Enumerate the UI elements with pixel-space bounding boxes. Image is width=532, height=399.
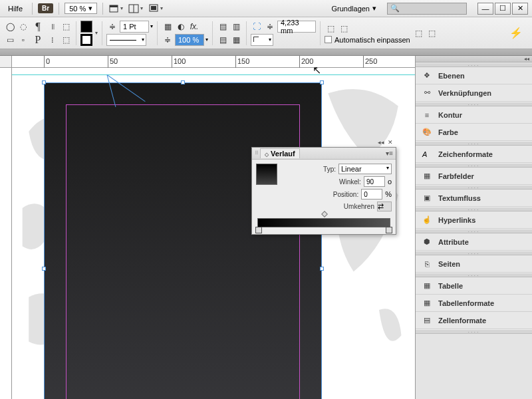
- panel-group-grip[interactable]: [416, 273, 532, 277]
- panel-group-grip[interactable]: [416, 329, 532, 334]
- maximize-button[interactable]: ☐: [495, 3, 511, 15]
- paragraph-icon[interactable]: ¶: [32, 21, 44, 33]
- gradient-panel[interactable]: ◂◂ ✕ ⠿ ◇ Verlauf ▾≡ Typ: Linear: [251, 147, 396, 235]
- chevron-down-icon[interactable]: ▾: [95, 30, 98, 36]
- panel-kontur[interactable]: ≡ Kontur: [416, 106, 532, 124]
- document-page[interactable]: [44, 82, 322, 399]
- panel-group-grip[interactable]: [416, 229, 532, 233]
- search-field[interactable]: 🔍: [387, 3, 467, 15]
- stroke-swatch[interactable]: [80, 34, 92, 46]
- panel-textumfluss[interactable]: ▣ Textumfluss: [416, 190, 532, 207]
- panel-ebenen[interactable]: ❖ Ebenen: [416, 67, 532, 84]
- dim-stepper[interactable]: ≑: [264, 21, 276, 33]
- close-button[interactable]: ✕: [512, 3, 528, 15]
- chevron-down-icon[interactable]: ▾: [150, 23, 153, 29]
- angle-input[interactable]: [364, 176, 385, 187]
- opacity-stepper[interactable]: ≑: [162, 34, 174, 46]
- panel-verknupfungen[interactable]: ⚯ Verknüpfungen: [416, 84, 532, 102]
- dashed-rect-icon[interactable]: ▫: [17, 34, 29, 46]
- panel-hyperlinks[interactable]: ☝ Hyperlinks: [416, 211, 532, 229]
- chevron-down-icon[interactable]: ▾: [205, 37, 208, 43]
- help-menu[interactable]: Hilfe: [4, 3, 27, 14]
- panel-tab[interactable]: ◇ Verlauf: [260, 148, 300, 158]
- panel-group-grip[interactable]: [416, 163, 532, 168]
- fit-frame-icon[interactable]: ⬚: [338, 23, 350, 35]
- crop-icon[interactable]: ⛶: [251, 21, 263, 33]
- feather-icon[interactable]: ◐: [175, 21, 187, 33]
- stroke-weight-stepper[interactable]: ≑: [106, 21, 118, 33]
- fx-icon[interactable]: fx.: [188, 21, 200, 33]
- align-icon[interactable]: ⬚: [60, 21, 72, 33]
- panel-group-grip[interactable]: [416, 102, 532, 106]
- quick-apply-icon[interactable]: ⚡: [504, 27, 528, 39]
- panel-group-grip[interactable]: [416, 207, 532, 211]
- panel-zellenformate[interactable]: ▤ Zellenformate: [416, 312, 532, 329]
- panel-group-grip[interactable]: [416, 63, 532, 67]
- type-icon[interactable]: P: [32, 34, 44, 46]
- text-wrap-top-icon[interactable]: ▤: [217, 34, 229, 46]
- gradient-stop[interactable]: [255, 227, 262, 233]
- distribute-v-icon[interactable]: ⫶: [47, 34, 59, 46]
- reverse-gradient-button[interactable]: ⇄: [377, 201, 392, 211]
- panel-menu-icon[interactable]: ▾≡: [386, 150, 393, 157]
- rect-tool-icon[interactable]: ▭: [4, 34, 16, 46]
- minimize-button[interactable]: —: [477, 3, 493, 15]
- autofit-checkbox[interactable]: Automatisch einpassen: [325, 36, 410, 44]
- gradient-ramp[interactable]: [257, 218, 390, 227]
- chevron-down-icon: ▾: [160, 5, 163, 11]
- panel-seiten[interactable]: ⎘ Seiten: [416, 255, 532, 273]
- select-content-icon[interactable]: ⬚: [426, 27, 438, 39]
- horizontal-ruler[interactable]: 0 50 100 150 200 250: [12, 56, 415, 68]
- ruler-origin[interactable]: [0, 56, 12, 68]
- fit-content-icon[interactable]: ⬚: [325, 23, 336, 35]
- vertical-ruler[interactable]: [0, 68, 12, 399]
- selection-handle[interactable]: [42, 267, 46, 271]
- selection-handle[interactable]: [320, 80, 324, 84]
- panel-group-grip[interactable]: [416, 141, 532, 146]
- selection-handle[interactable]: [181, 80, 185, 84]
- bridge-button[interactable]: Br: [38, 3, 53, 13]
- dashed-ellipse-icon[interactable]: ◌: [17, 21, 29, 33]
- horizontal-guide[interactable]: [12, 74, 415, 75]
- panel-tabelle[interactable]: ▦ Tabelle: [416, 277, 532, 295]
- panel-farbfelder[interactable]: ▦ Farbfelder: [416, 168, 532, 185]
- zoom-dropdown[interactable]: 50 % ▾: [65, 3, 97, 14]
- selection-handle[interactable]: [42, 80, 46, 84]
- panel-zeichenformate[interactable]: A Zeichenformate: [416, 146, 532, 163]
- ruler-tick: 200: [299, 56, 313, 68]
- selection-handle[interactable]: [320, 267, 324, 271]
- dimension-input[interactable]: 4,233 mm: [277, 21, 316, 33]
- text-wrap-right-icon[interactable]: ▥: [230, 21, 242, 33]
- stroke-style[interactable]: ▾: [106, 34, 146, 46]
- ruler-tick: 0: [44, 56, 50, 68]
- panel-collapse-icon[interactable]: ◂◂: [377, 138, 385, 146]
- stroke-weight-input[interactable]: 1 Pt: [120, 21, 149, 33]
- ellipse-tool-icon[interactable]: ◯: [4, 21, 16, 33]
- panel-group-grip[interactable]: [416, 251, 532, 255]
- align-v-icon[interactable]: ⬚: [60, 34, 72, 46]
- fill-swatch[interactable]: [80, 21, 92, 33]
- panel-close-icon[interactable]: ✕: [386, 138, 394, 146]
- screen-mode[interactable]: ▾: [148, 3, 163, 14]
- drop-shadow-icon[interactable]: ▦: [162, 21, 174, 33]
- text-wrap-left-icon[interactable]: ▤: [217, 21, 229, 33]
- window-controls: — ☐ ✕: [477, 3, 528, 15]
- panel-attribute[interactable]: ⬢ Attribute: [416, 233, 532, 251]
- panel-farbe[interactable]: 🎨 Farbe: [416, 124, 532, 141]
- corner-type[interactable]: ▾: [251, 34, 273, 46]
- panel-titlebar[interactable]: ⠿ ◇ Verlauf ▾≡: [252, 148, 396, 160]
- text-wrap-bottom-icon[interactable]: ▦: [230, 34, 242, 46]
- select-container-icon[interactable]: ⬚: [413, 27, 425, 39]
- arrange-docs[interactable]: ▾: [128, 3, 143, 14]
- gradient-preview[interactable]: [256, 164, 277, 185]
- position-input[interactable]: [361, 189, 382, 200]
- view-options[interactable]: ▾: [108, 3, 123, 14]
- panel-group-grip[interactable]: [416, 185, 532, 190]
- distribute-icon[interactable]: ⫴: [47, 21, 59, 33]
- gradient-stop[interactable]: [386, 227, 392, 233]
- gradient-type-dropdown[interactable]: Linear ▾: [338, 164, 392, 174]
- workspace-switcher[interactable]: Grundlagen ▾: [327, 3, 382, 14]
- opacity-input[interactable]: 100 %: [175, 34, 204, 46]
- panel-tabellenformate[interactable]: ▦ Tabellenformate: [416, 295, 532, 312]
- ruler-tick: 50: [108, 56, 118, 68]
